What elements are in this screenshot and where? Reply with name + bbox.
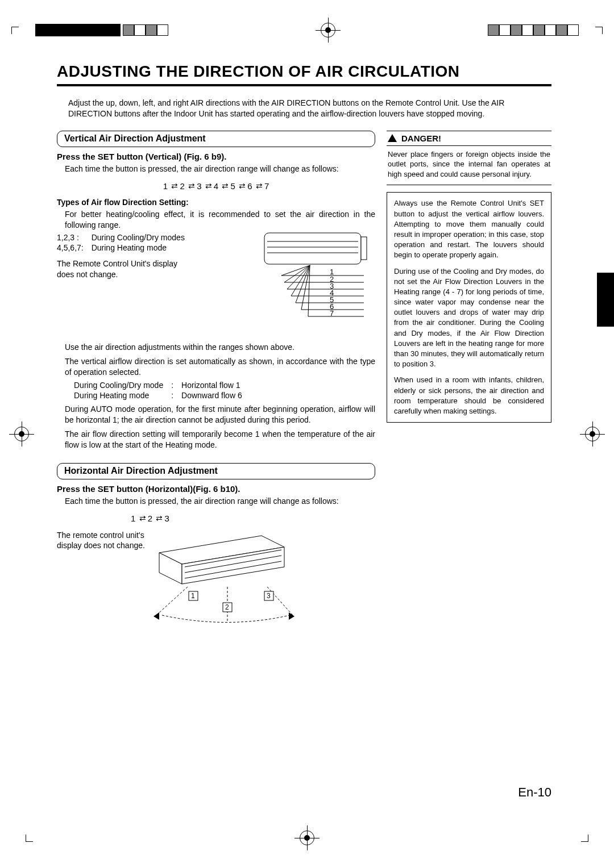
horizontal-press-subhead: Press the SET button (Horizontal)(Fig. 6… [57,484,375,494]
caution-p1: Always use the Remote Control Unit's SET… [394,198,544,260]
vertical-below1: Use the air direction adjustments within… [65,342,375,353]
remote-note-horizontal: The remote control unit's display does n… [57,530,148,552]
danger-heading: DANGER! [387,131,551,146]
warning-triangle-icon [388,134,397,142]
vertical-sequence: 1 ⇄ 2 ⇄ 3 ⇄ 4 ⇄ 5 ⇄ 6 ⇄ 7 [57,181,375,191]
vertical-adjustment-heading: Vertical Air Direction Adjustment [57,131,375,147]
danger-body: Never place fingers or foreign objects i… [387,146,551,186]
horizontal-sequence: 1 ⇄ 2 ⇄ 3 [131,514,375,523]
svg-text:3: 3 [267,592,271,600]
horizontal-each-text: Each time the button is pressed, the air… [65,496,375,507]
registration-right [585,427,600,441]
types-range-table: 1,2,3 :During Cooling/Dry modes 4,5,6,7:… [57,232,193,253]
registration-top [0,23,614,37]
caution-p3: When used in a room with infants, childr… [394,375,544,416]
types-intro: For better heating/cooling effect, it is… [65,209,375,231]
svg-marker-22 [289,612,294,620]
svg-marker-21 [154,612,159,620]
mode-flow-table: During Cooling/Dry mode:Horizontal flow … [74,380,250,400]
types-heading: Types of Air flow Direction Setting: [57,198,375,207]
vertical-each-text: Each time the button is pressed, the air… [65,164,375,174]
page-number: En-10 [518,785,551,800]
page-title: ADJUSTING THE DIRECTION OF AIR CIRCULATI… [57,62,551,86]
figure-horizontal-louvers: 1 2 3 [154,530,296,628]
svg-rect-1 [361,237,367,260]
figure-vertical-louvers: 1 2 3 4 5 6 7 [262,230,375,334]
caution-p2: During use of the Cooling and Dry modes,… [394,266,544,370]
svg-text:2: 2 [225,603,229,611]
svg-rect-0 [264,233,361,264]
vertical-below3: During AUTO mode operation, for the firs… [65,404,375,425]
svg-text:1: 1 [191,592,195,600]
registration-left [14,427,29,441]
horizontal-adjustment-heading: Horizontal Air Direction Adjustment [57,463,375,479]
caution-box: Always use the Remote Control Unit's SET… [387,192,551,423]
registration-bottom [0,831,614,845]
vertical-below2: The vertical airflow direction is set au… [65,356,375,378]
side-tab [597,273,614,327]
vertical-below4: The air flow direction setting will temp… [65,429,375,450]
vertical-press-subhead: Press the SET button (Vertical) (Fig. 6 … [57,152,375,161]
remote-note-vertical: The Remote Control Unit's display does n… [57,258,193,280]
svg-text:7: 7 [330,309,334,318]
intro-text: Adjust the up, down, left, and right AIR… [68,98,540,119]
